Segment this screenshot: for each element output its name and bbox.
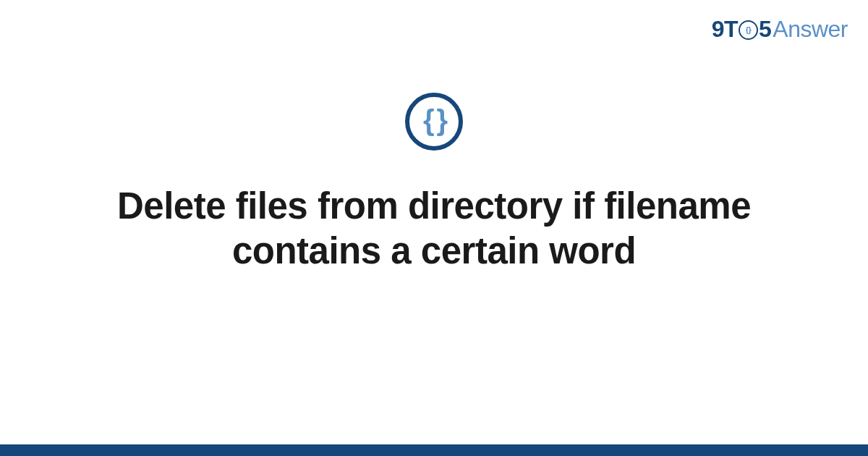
category-code-icon: { }	[405, 93, 463, 151]
main-content: { } Delete files from directory if filen…	[0, 93, 868, 274]
logo-suffix: 5	[759, 16, 771, 43]
page-title: Delete files from directory if filename …	[87, 184, 781, 274]
braces-icon: { }	[423, 106, 445, 135]
logo-word: Answer	[773, 16, 848, 43]
logo-prefix: 9T	[712, 16, 738, 43]
footer-accent-bar	[0, 444, 868, 456]
logo-clock-icon: {}	[739, 20, 758, 40]
site-logo[interactable]: 9T {} 5 Answer	[712, 16, 848, 43]
logo-clock-inner: {}	[746, 26, 752, 34]
